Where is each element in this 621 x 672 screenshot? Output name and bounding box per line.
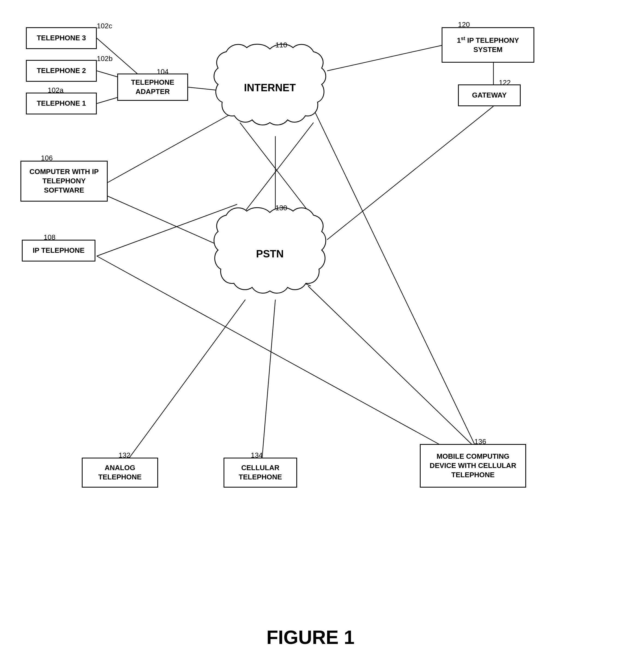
gateway-label: GATEWAY [472, 91, 506, 100]
telephone1-box: TELEPHONE 1 [26, 93, 97, 115]
svg-line-14 [308, 286, 477, 449]
internet-ref: 110 [275, 41, 287, 49]
svg-line-6 [327, 44, 450, 71]
svg-line-17 [314, 109, 477, 449]
gateway-ref: 122 [499, 79, 510, 87]
computer-ip-ref: 106 [41, 154, 53, 162]
svg-line-8 [327, 106, 493, 240]
telephone-adapter-label: TELEPHONEADAPTER [131, 78, 174, 96]
pstn-ref: 130 [275, 204, 287, 212]
telephone3-label: TELEPHONE 3 [37, 34, 86, 43]
ip-telephone-ref: 108 [44, 233, 55, 241]
mobile-computing-label: MOBILE COMPUTINGDEVICE WITH CELLULARTELE… [430, 452, 516, 480]
cellular-telephone-ref: 134 [251, 451, 262, 459]
computer-ip-box: COMPUTER WITH IPTELEPHONYSOFTWARE [20, 161, 108, 201]
gateway-box: GATEWAY [458, 84, 521, 106]
pstn-cloud: PSTN [213, 204, 327, 308]
telephone-adapter-box: TELEPHONEADAPTER [117, 74, 188, 101]
internet-cloud: INTERNET [213, 41, 327, 139]
ip-telephony-system-label: 1st IP TELEPHONYSYSTEM [457, 35, 519, 54]
telephone1-label: TELEPHONE 1 [37, 99, 86, 108]
svg-text:INTERNET: INTERNET [244, 82, 296, 93]
telephone3-ref: 102c [97, 22, 112, 30]
telephone2-box: TELEPHONE 2 [26, 60, 97, 82]
cellular-telephone-box: CELLULARTELEPHONE [223, 458, 297, 488]
analog-telephone-box: ANALOGTELEPHONE [82, 458, 158, 488]
ip-telephone-label: IP TELEPHONE [33, 246, 84, 255]
svg-text:PSTN: PSTN [256, 248, 284, 260]
telephone1-ref: 102a [48, 86, 64, 94]
analog-telephone-ref: 132 [119, 451, 130, 459]
svg-line-13 [262, 300, 275, 463]
svg-line-12 [125, 300, 245, 463]
mobile-computing-ref: 136 [474, 438, 486, 446]
ip-telephony-system-box: 1st IP TELEPHONYSYSTEM [442, 27, 534, 63]
telephone-adapter-ref: 104 [157, 68, 168, 76]
diagram: TELEPHONE 3 102c TELEPHONE 2 102b TELEPH… [0, 0, 621, 672]
ip-telephone-box: IP TELEPHONE [22, 240, 95, 262]
analog-telephone-label: ANALOGTELEPHONE [98, 463, 142, 482]
ip-telephony-system-ref: 120 [458, 20, 470, 29]
cellular-telephone-label: CELLULARTELEPHONE [239, 463, 282, 482]
computer-ip-label: COMPUTER WITH IPTELEPHONYSOFTWARE [30, 167, 99, 195]
telephone2-label: TELEPHONE 2 [37, 66, 86, 76]
telephone3-box: TELEPHONE 3 [26, 27, 97, 49]
telephone2-ref: 102b [97, 54, 113, 63]
mobile-computing-box: MOBILE COMPUTINGDEVICE WITH CELLULARTELE… [420, 444, 526, 488]
figure-title: FIGURE 1 [0, 627, 621, 648]
